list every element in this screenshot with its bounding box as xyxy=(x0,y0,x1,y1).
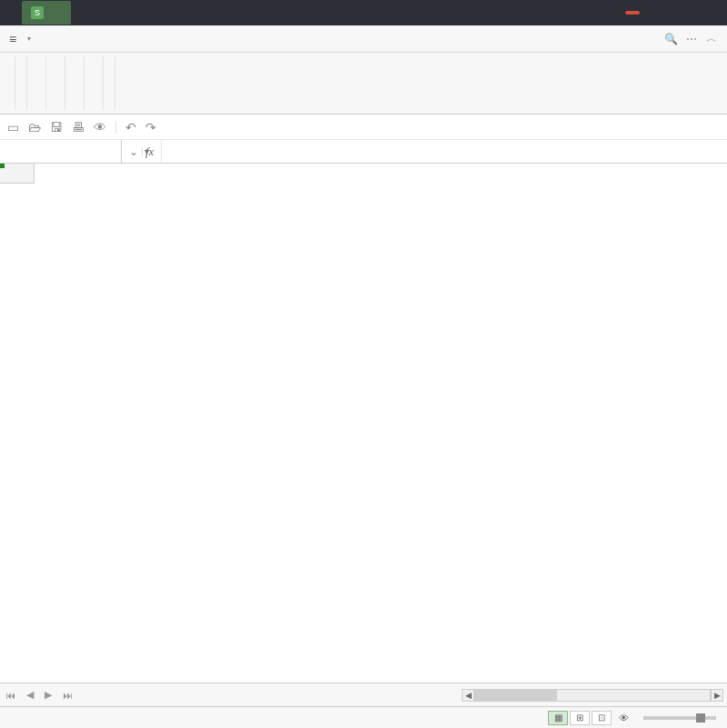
hamburger-icon[interactable]: ≡ xyxy=(5,32,20,46)
hscroll-left-icon[interactable]: ◀ xyxy=(462,689,474,702)
ribbon xyxy=(0,53,727,115)
sheet-nav-last-icon[interactable]: ⏭ xyxy=(57,690,78,701)
qat-preview-icon[interactable]: 👁 xyxy=(94,120,106,135)
view-normal-icon[interactable]: ▦ xyxy=(548,711,568,725)
quick-access-toolbar: ▭ 🗁 🖫 🖶 👁 ↶ ↷ xyxy=(0,115,727,140)
formula-bar-row: ▼ ⌄ fx xyxy=(0,140,727,164)
spreadsheet-grid[interactable] xyxy=(0,164,727,683)
fx-icon[interactable]: fx xyxy=(145,145,154,159)
search-icon: 🔍 xyxy=(664,33,678,45)
title-bar: S xyxy=(0,0,727,25)
horizontal-scrollbar[interactable] xyxy=(474,689,711,702)
sheet-nav-first-icon[interactable]: ⏮ xyxy=(0,690,21,701)
status-bar: ▦ ⊞ ⊡ 👁 xyxy=(0,706,727,728)
qat-undo-icon[interactable]: ↶ xyxy=(125,120,136,135)
name-box-input[interactable] xyxy=(0,145,142,159)
command-search[interactable]: 🔍 xyxy=(655,33,682,45)
reading-mode-icon[interactable]: 👁 xyxy=(619,713,629,723)
chevron-down-icon: ▾ xyxy=(27,35,31,43)
sheet-nav-prev-icon[interactable]: ◀ xyxy=(21,689,39,701)
sheet-tab-bar: ⏮ ◀ ▶ ⏭ ◀ ▶ xyxy=(0,683,727,706)
zoom-slider[interactable] xyxy=(643,716,716,720)
ribbon-collapse-icon[interactable]: ︿ xyxy=(702,31,722,46)
hscroll-thumb[interactable] xyxy=(475,690,557,701)
menu-bar: ≡ ▾ 🔍 ⋯ ︿ xyxy=(0,25,727,53)
qat-redo-icon[interactable]: ↷ xyxy=(145,120,156,135)
view-page-icon[interactable]: ⊞ xyxy=(570,711,590,725)
name-box[interactable]: ▼ xyxy=(0,140,122,163)
select-all-corner[interactable] xyxy=(0,164,35,184)
sheet-nav-next-icon[interactable]: ▶ xyxy=(39,689,57,701)
row-headers xyxy=(0,184,35,683)
column-headers xyxy=(35,164,727,184)
file-menu[interactable]: ▾ xyxy=(20,35,36,43)
hscroll-right-icon[interactable]: ▶ xyxy=(711,689,723,702)
view-break-icon[interactable]: ⊡ xyxy=(592,711,612,725)
qat-open-icon[interactable]: 🗁 xyxy=(28,120,41,135)
menu-more-icon[interactable]: ⋯ xyxy=(682,33,702,45)
qat-save-icon[interactable]: 🖫 xyxy=(50,120,63,135)
cancel-formula-icon[interactable]: ⌄ xyxy=(129,145,138,158)
formula-input[interactable] xyxy=(162,145,727,158)
spreadsheet-icon: S xyxy=(31,6,44,19)
qat-print-icon[interactable]: 🖶 xyxy=(72,120,85,135)
qat-new-icon[interactable]: ▭ xyxy=(7,120,19,135)
zoom-control xyxy=(636,716,720,720)
document-tab[interactable]: S xyxy=(22,1,71,25)
login-button[interactable] xyxy=(625,11,640,15)
zoom-slider-thumb[interactable] xyxy=(696,713,705,723)
